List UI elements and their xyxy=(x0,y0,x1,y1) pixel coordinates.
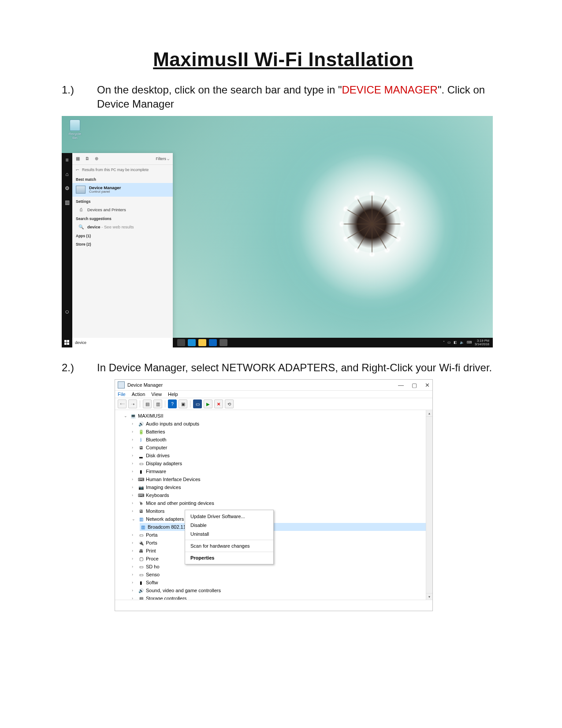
wallpaper-decoration xyxy=(343,195,400,253)
screenshot-device-manager: Device Manager — ▢ ✕ File Action View He… xyxy=(115,379,433,611)
app-icon xyxy=(118,381,125,388)
tree-cat-network[interactable]: ⌄▥Network adapters xyxy=(132,515,431,523)
menu-disable[interactable]: Disable xyxy=(185,521,273,530)
tree-cat[interactable]: ›📷Imaging devices xyxy=(132,483,431,491)
tree-cat[interactable]: ›🔋Batteries xyxy=(132,428,431,436)
printer-icon: ⎙ xyxy=(78,207,84,212)
taskbar-clock[interactable]: 3:19 PM 3/14/2018 xyxy=(475,339,489,346)
toolbar-update-icon[interactable]: ▭ xyxy=(193,399,202,408)
tray-volume-icon[interactable]: 🔈 xyxy=(460,340,464,344)
start-menu-rail: ≡ ⌂ ⚙ ▥ ○ xyxy=(62,153,72,338)
tree-cat[interactable]: ›▭Display adapters xyxy=(132,459,431,467)
toolbar-uninstall-icon[interactable]: ✕ xyxy=(214,399,223,408)
start-button[interactable] xyxy=(62,338,72,347)
tree-cat[interactable]: ›▂Disk drives xyxy=(132,452,431,459)
scroll-down-icon[interactable]: ▾ xyxy=(426,593,432,600)
explorer-icon[interactable] xyxy=(198,339,206,346)
tree-cat[interactable]: ›ᛒBluetooth xyxy=(132,436,431,444)
web-suggestion-device[interactable]: 🔍 device - See web results xyxy=(72,222,173,231)
menu-scan-hardware[interactable]: Scan for hardware changes xyxy=(185,541,273,550)
store-icon[interactable] xyxy=(209,339,217,346)
toolbar-forward-icon[interactable]: ➝ xyxy=(128,399,137,408)
menu-action[interactable]: Action xyxy=(132,392,145,397)
menu-view[interactable]: View xyxy=(151,392,162,397)
scroll-up-icon[interactable]: ▴ xyxy=(426,410,432,417)
step-1: 1.) On the desktop, click on the search … xyxy=(62,83,505,112)
tree-cat[interactable]: ›⌨Human Interface Devices xyxy=(132,475,431,483)
tree-cat[interactable]: ›🖥Computer xyxy=(132,444,431,452)
menubar: File Action View Help xyxy=(115,390,432,398)
taskview-icon[interactable] xyxy=(177,339,185,346)
home-icon[interactable]: ⌂ xyxy=(62,167,72,181)
window-title: Device Manager xyxy=(127,382,163,388)
toolbar-list-icon[interactable]: ▥ xyxy=(153,399,162,408)
edge-icon[interactable] xyxy=(188,339,196,346)
tree-cat[interactable]: ›🔌Ports xyxy=(132,539,431,547)
context-menu: Update Driver Software... Disable Uninst… xyxy=(185,510,274,564)
menu-update-driver[interactable]: Update Driver Software... xyxy=(185,512,273,521)
settings-header: Settings xyxy=(72,197,173,205)
tree-cat[interactable]: ›▭SD ho xyxy=(132,563,431,571)
tree-cat[interactable]: ›🖱Mice and other pointing devices xyxy=(132,499,431,507)
suggestions-header: Search suggestions xyxy=(72,214,173,222)
titlebar: Device Manager — ▢ ✕ xyxy=(115,380,432,390)
close-button[interactable]: ✕ xyxy=(425,382,430,388)
tree-cat[interactable]: ›▮Firmware xyxy=(132,467,431,475)
tree-cat[interactable]: ›▢Proce xyxy=(132,555,431,563)
step-2: 2.) In Device Manager, select NETWORK AD… xyxy=(62,361,505,375)
svg-rect-3 xyxy=(67,343,69,345)
web-tab-icon[interactable]: ⊕ xyxy=(95,156,98,161)
tray-action-center-icon[interactable]: ▭ xyxy=(447,340,451,344)
tree-cat[interactable]: ›▭Porta xyxy=(132,531,431,539)
toolbar-enable-icon[interactable]: ▶ xyxy=(204,399,212,408)
recycle-bin-icon[interactable]: Recycle Bin xyxy=(66,119,84,140)
menu-uninstall[interactable]: Uninstall xyxy=(185,530,273,538)
tree-item-wifi-adapter[interactable]: ▥Broadcom 802.11n Wireless SDIO Adapter xyxy=(140,523,431,531)
best-match-device-manager[interactable]: Device Manager Control panel xyxy=(72,183,173,197)
minimize-button[interactable]: — xyxy=(398,382,404,388)
toolbar-refresh-icon[interactable]: ⟲ xyxy=(225,399,234,408)
toolbar-scan-icon[interactable]: ▣ xyxy=(179,399,187,408)
menu-file[interactable]: File xyxy=(118,392,126,397)
svg-rect-1 xyxy=(67,340,69,342)
step-1-number: 1.) xyxy=(62,83,84,112)
tray-keyboard-icon[interactable]: ⌨ xyxy=(467,340,472,344)
tree-cat[interactable]: ›🔊Sound, video and game controllers xyxy=(132,586,431,594)
settings-devices-printers[interactable]: ⎙ Devices and Printers xyxy=(72,205,173,214)
search-input[interactable]: device xyxy=(72,338,173,347)
tree-cat[interactable]: ›▤Storage controllers xyxy=(132,594,431,600)
apps-tab-icon[interactable]: ▦ xyxy=(76,156,80,161)
svg-rect-0 xyxy=(64,340,67,342)
step-2-body: In Device Manager, select NETWORK ADAPTE… xyxy=(97,361,505,375)
tray-network-icon[interactable]: ◧ xyxy=(454,340,457,344)
toolbar-properties-icon[interactable]: ▤ xyxy=(143,399,152,408)
highlight-device-manager: DEVICE MANAGER xyxy=(342,84,438,96)
filters-dropdown[interactable]: Filters ⌵ xyxy=(156,157,170,161)
tree-cat[interactable]: ›🔊Audio inputs and outputs xyxy=(132,420,431,428)
tree-cat[interactable]: ›⌨Keyboards xyxy=(132,491,431,499)
gear-icon[interactable]: ⚙ xyxy=(62,181,72,195)
tree-cat[interactable]: ›🖶Print xyxy=(132,547,431,555)
best-match-header: Best match xyxy=(72,175,173,183)
search-results-panel: ▦ 🗎 ⊕ Filters ⌵ ⤺ Results from this PC m… xyxy=(72,153,173,338)
documents-tab-icon[interactable]: 🗎 xyxy=(85,156,89,161)
menu-properties[interactable]: Properties xyxy=(185,553,273,562)
menu-help[interactable]: Help xyxy=(168,392,178,397)
tree-root[interactable]: ⌄💻MAXIMUSII xyxy=(124,412,431,420)
apps-header[interactable]: Apps (1) xyxy=(72,231,173,239)
toolbar-back-icon[interactable]: ⬸ xyxy=(118,399,127,408)
tray-chevron-icon[interactable]: ˄ xyxy=(443,340,445,344)
svg-rect-2 xyxy=(64,343,67,345)
store-header[interactable]: Store (2) xyxy=(72,239,173,248)
search-icon: 🔍 xyxy=(78,224,84,229)
tree-cat[interactable]: ›🖥Monitors xyxy=(132,507,431,515)
vertical-scrollbar[interactable]: ▴ ▾ xyxy=(426,410,432,600)
cortana-icon[interactable]: ○ xyxy=(62,306,72,317)
mail-icon[interactable] xyxy=(220,339,227,346)
toolbar-help-icon[interactable]: ? xyxy=(168,399,177,408)
hamburger-icon[interactable]: ≡ xyxy=(62,153,72,167)
pictures-icon[interactable]: ▥ xyxy=(62,195,72,209)
device-tree: ⌄💻MAXIMUSII ›🔊Audio inputs and outputs ›… xyxy=(115,410,432,600)
tree-cat[interactable]: ›▮Softw xyxy=(132,579,431,586)
maximize-button[interactable]: ▢ xyxy=(412,382,417,388)
